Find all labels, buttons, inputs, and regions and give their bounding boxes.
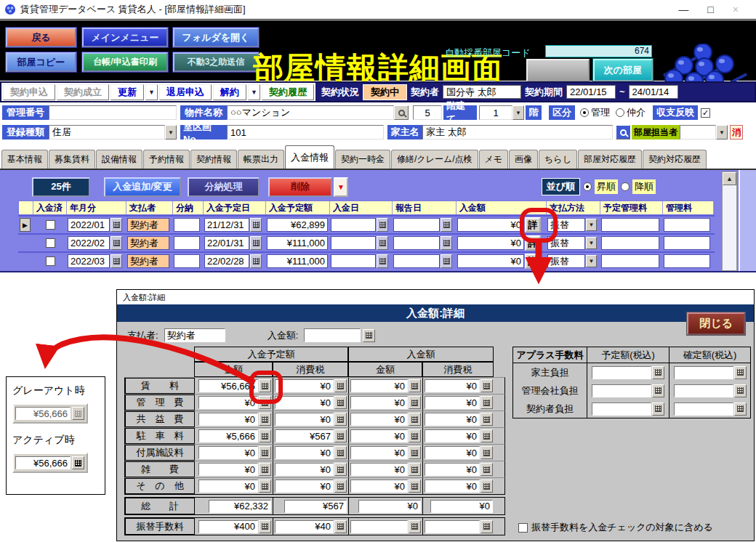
- calculator-icon[interactable]: [409, 446, 421, 459]
- calculator-icon[interactable]: [409, 480, 421, 493]
- main-menu-button[interactable]: メインメニュー: [82, 28, 168, 47]
- aplus-fixed-field[interactable]: [674, 403, 733, 416]
- kubun-chukai-radio[interactable]: [616, 108, 624, 117]
- calendar-icon[interactable]: [441, 254, 452, 268]
- mgmt-no-field[interactable]: [49, 105, 177, 120]
- paid-checkbox[interactable]: [46, 238, 55, 248]
- month-field[interactable]: 2022/02: [68, 236, 110, 250]
- sched-mgmt-fee-field[interactable]: [601, 254, 659, 268]
- reg-type-dropdown-icon[interactable]: ▼: [165, 125, 177, 139]
- calculator-icon[interactable]: [259, 396, 271, 409]
- ledger-print-button[interactable]: 台帳/申込書印刷: [82, 52, 168, 72]
- toolbar-button-4[interactable]: 解約: [213, 84, 246, 100]
- due-date-field[interactable]: 22/01/31: [204, 236, 249, 250]
- tab-9[interactable]: メモ: [479, 150, 509, 169]
- fee-paid-amount-field[interactable]: [350, 520, 408, 533]
- tab-6[interactable]: 入金情報: [285, 145, 334, 169]
- fee-paid-tax-field[interactable]: [425, 520, 480, 533]
- sched-tax-field[interactable]: ¥567: [275, 429, 334, 442]
- calculator-icon[interactable]: [334, 429, 347, 442]
- toolbar-dropdown-icon[interactable]: ▼: [248, 84, 260, 100]
- calendar-icon[interactable]: [110, 236, 122, 250]
- calculator-icon[interactable]: [409, 463, 421, 476]
- paid-amount-field[interactable]: ¥0: [457, 236, 524, 250]
- paid-tax-field[interactable]: ¥0: [425, 379, 480, 392]
- tab-1[interactable]: 募集賃料: [49, 150, 95, 169]
- paid-tax-field[interactable]: ¥0: [425, 480, 480, 493]
- include-fee-checkbox[interactable]: [518, 523, 528, 533]
- tab-2[interactable]: 設備情報: [96, 150, 142, 169]
- calculator-icon[interactable]: [259, 379, 271, 392]
- calendar-icon[interactable]: [377, 236, 388, 250]
- due-date-field[interactable]: 22/02/28: [204, 254, 249, 268]
- sched-mgmt-fee-field[interactable]: [601, 236, 659, 250]
- calculator-icon[interactable]: [334, 413, 347, 426]
- sched-amount-field[interactable]: ¥5,666: [198, 429, 258, 442]
- dialog-close-button[interactable]: 閉じる: [687, 312, 745, 335]
- toolbar-button-2[interactable]: 更新: [110, 84, 144, 100]
- due-amount-field[interactable]: ¥111,000: [267, 236, 328, 250]
- sched-tax-field[interactable]: ¥0: [275, 463, 334, 476]
- calculator-icon[interactable]: [334, 520, 347, 533]
- split-field[interactable]: [174, 254, 200, 268]
- reg-type-field[interactable]: 住居: [49, 125, 165, 139]
- balance-checkbox[interactable]: ✓: [701, 108, 710, 118]
- record-count-button[interactable]: 25件: [32, 177, 90, 197]
- sched-amount-field[interactable]: ¥0: [198, 480, 258, 493]
- sort-desc-radio[interactable]: [621, 182, 630, 191]
- sched-amount-field[interactable]: ¥0: [198, 413, 258, 426]
- calculator-icon[interactable]: [480, 379, 493, 392]
- due-amount-field[interactable]: ¥62,899: [267, 218, 328, 232]
- paid-amount-field[interactable]: ¥0: [457, 218, 524, 232]
- calendar-icon[interactable]: [110, 218, 122, 232]
- method-dropdown-icon[interactable]: ▼: [586, 255, 597, 267]
- active-amount-field[interactable]: ¥56,666: [15, 456, 71, 469]
- calculator-icon[interactable]: [480, 463, 493, 476]
- tab-11[interactable]: ちらし: [539, 150, 577, 169]
- calculator-icon[interactable]: [734, 384, 747, 397]
- close-button[interactable]: ×: [733, 4, 739, 15]
- tab-12[interactable]: 部屋対応履歴: [578, 150, 642, 169]
- toolbar-button-3[interactable]: 退居申込: [159, 84, 212, 100]
- property-name-field[interactable]: ○○マンション: [227, 105, 394, 120]
- paid-tax-field[interactable]: ¥0: [425, 446, 480, 459]
- paid-amount-field[interactable]: ¥0: [350, 413, 408, 426]
- paid-tax-field[interactable]: ¥0: [425, 396, 480, 409]
- calendar-icon[interactable]: [441, 218, 452, 232]
- sched-tax-field[interactable]: ¥0: [275, 446, 334, 459]
- back-button[interactable]: 戻る: [6, 28, 76, 47]
- method-field[interactable]: 振替: [547, 254, 585, 268]
- sort-asc-radio[interactable]: [583, 182, 592, 191]
- calculator-icon[interactable]: [480, 520, 493, 533]
- split-field[interactable]: [174, 236, 200, 250]
- toolbar-button-5[interactable]: 契約履歴: [262, 84, 314, 100]
- floor-field[interactable]: 1: [479, 105, 512, 120]
- sched-amount-field[interactable]: ¥0: [198, 446, 258, 459]
- calendar-icon[interactable]: [377, 218, 388, 232]
- calculator-icon[interactable]: [72, 456, 84, 469]
- staff-field[interactable]: [680, 125, 716, 139]
- report-date-field[interactable]: [393, 218, 440, 232]
- floors-field[interactable]: 5: [413, 105, 442, 120]
- fudo-send-button[interactable]: 不動3之助送信: [173, 52, 259, 72]
- sched-mgmt-fee-field[interactable]: [601, 218, 659, 232]
- tab-8[interactable]: 修繕/クレーム/点検: [391, 150, 478, 169]
- room-copy-button[interactable]: 部屋コピー: [6, 52, 76, 72]
- calculator-icon[interactable]: [259, 429, 271, 442]
- dialog-payer-field[interactable]: 契約者: [164, 328, 225, 342]
- period-from-field[interactable]: 22/01/15: [566, 85, 616, 99]
- paid-amount-field[interactable]: ¥0: [350, 463, 408, 476]
- calculator-icon[interactable]: [409, 413, 421, 426]
- calculator-icon[interactable]: [480, 396, 493, 409]
- open-folder-button[interactable]: フォルダを開く: [173, 28, 259, 47]
- due-amount-field[interactable]: ¥111,000: [267, 254, 328, 268]
- staff-dropdown-icon[interactable]: ▼: [716, 125, 728, 139]
- period-to-field[interactable]: 24/01/14: [629, 85, 678, 99]
- owner-field[interactable]: 家主 太郎: [422, 125, 613, 139]
- detail-button[interactable]: 詳: [525, 217, 541, 232]
- calculator-icon[interactable]: [409, 429, 421, 442]
- pay-date-field[interactable]: [331, 254, 376, 268]
- tab-10[interactable]: 画像: [509, 150, 538, 169]
- split-field[interactable]: [174, 218, 200, 232]
- mgmt-fee-field[interactable]: [664, 236, 710, 250]
